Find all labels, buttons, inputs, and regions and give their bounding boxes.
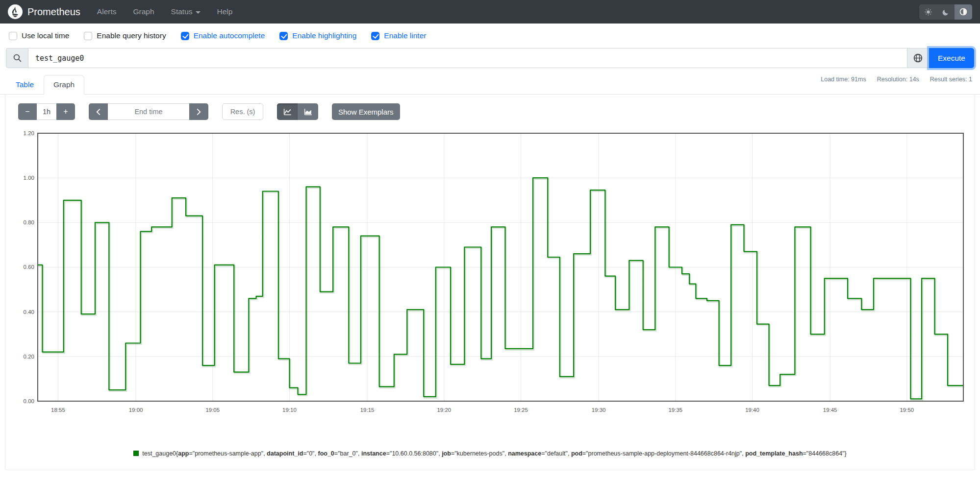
navbar: Prometheus Alerts Graph Status Help — [0, 0, 980, 24]
enable-linter-checkbox[interactable]: Enable linter — [371, 31, 426, 40]
svg-text:1.20: 1.20 — [24, 130, 34, 136]
graph-panel: − + Show Exemplars 0.000.200.400.600.801… — [5, 95, 975, 470]
range-stepper: − + — [18, 103, 75, 120]
enable-query-history-checkbox[interactable]: Enable query history — [84, 31, 166, 40]
increase-range-button[interactable]: + — [56, 103, 75, 120]
legend-item[interactable]: test_gauge0{app="prometheus-sample-app",… — [133, 450, 846, 457]
enable-autocomplete-checkbox[interactable]: Enable autocomplete — [181, 31, 265, 40]
svg-text:19:05: 19:05 — [205, 407, 220, 413]
enable-highlighting-checkbox[interactable]: Enable highlighting — [279, 31, 356, 40]
chevron-down-icon — [196, 11, 201, 14]
query-expression-input[interactable] — [28, 48, 907, 68]
decrease-range-button[interactable]: − — [18, 103, 37, 120]
checkbox-box[interactable] — [371, 32, 379, 40]
nav-links: Alerts Graph Status Help — [97, 7, 233, 16]
checkbox-label: Enable highlighting — [292, 31, 356, 40]
svg-text:0.00: 0.00 — [24, 398, 34, 404]
svg-text:0.60: 0.60 — [24, 264, 34, 270]
svg-text:19:00: 19:00 — [129, 407, 143, 413]
svg-text:19:50: 19:50 — [900, 407, 914, 413]
result-series-stat: Result series: 1 — [930, 76, 972, 83]
nav-item-status[interactable]: Status — [171, 7, 201, 16]
line-chart-toggle-button[interactable] — [277, 103, 298, 120]
checkbox-box[interactable] — [9, 32, 17, 40]
resolution-stat: Resolution: 14s — [877, 76, 919, 83]
svg-text:19:30: 19:30 — [592, 407, 606, 413]
prometheus-brand-link[interactable]: Prometheus — [8, 4, 80, 19]
checkbox-label: Enable autocomplete — [194, 31, 265, 40]
checkbox-label: Enable query history — [97, 31, 166, 40]
svg-text:0.40: 0.40 — [24, 309, 34, 315]
load-time-stat: Load time: 91ms — [821, 76, 866, 83]
svg-text:19:20: 19:20 — [437, 407, 451, 413]
stacked-chart-icon — [304, 108, 312, 116]
checkbox-box[interactable] — [181, 32, 189, 40]
svg-text:19:25: 19:25 — [514, 407, 528, 413]
moon-icon — [942, 8, 950, 16]
execute-button[interactable]: Execute — [929, 48, 974, 68]
search-icon — [6, 48, 28, 68]
line-chart-icon — [283, 108, 292, 116]
show-exemplars-button[interactable]: Show Exemplars — [332, 103, 400, 120]
chart-legend: test_gauge0{app="prometheus-sample-app",… — [12, 450, 968, 457]
svg-text:0.20: 0.20 — [24, 354, 34, 360]
globe-icon — [913, 53, 923, 63]
time-back-button[interactable] — [89, 103, 108, 120]
svg-text:19:10: 19:10 — [282, 407, 297, 413]
light-theme-button[interactable] — [919, 4, 937, 20]
prometheus-logo-icon — [8, 4, 23, 19]
query-options-row: Use local time Enable query history Enab… — [0, 24, 980, 47]
svg-text:1.00: 1.00 — [24, 175, 34, 181]
use-local-time-checkbox[interactable]: Use local time — [9, 31, 69, 40]
time-forward-button[interactable] — [189, 103, 208, 120]
checkbox-box[interactable] — [84, 32, 92, 40]
nav-item-alerts[interactable]: Alerts — [97, 7, 117, 16]
svg-text:0.80: 0.80 — [24, 219, 34, 225]
auto-theme-button[interactable] — [955, 4, 972, 20]
checkbox-label: Use local time — [22, 31, 69, 40]
checkbox-label: Enable linter — [384, 31, 426, 40]
chart-container[interactable]: 0.000.200.400.600.801.001.2018:5519:0019… — [13, 129, 967, 435]
svg-text:19:15: 19:15 — [360, 407, 375, 413]
query-stats: Load time: 91ms Resolution: 14s Result s… — [821, 75, 972, 83]
result-tabs: Table Graph — [6, 75, 84, 94]
series-label-text: test_gauge0{app="prometheus-sample-app",… — [142, 450, 846, 457]
query-input-group: Execute — [0, 47, 980, 68]
svg-text:19:40: 19:40 — [745, 407, 759, 413]
stacked-chart-toggle-button[interactable] — [298, 103, 318, 120]
tab-graph[interactable]: Graph — [44, 75, 84, 95]
svg-text:19:45: 19:45 — [823, 407, 837, 413]
dark-theme-button[interactable] — [937, 4, 955, 20]
brand-title: Prometheus — [27, 6, 80, 18]
nav-item-graph[interactable]: Graph — [133, 7, 154, 16]
sun-icon — [925, 8, 932, 16]
resolution-input[interactable] — [222, 103, 263, 120]
nav-item-help[interactable]: Help — [217, 7, 233, 16]
chart-type-toggle — [277, 103, 318, 120]
end-time-input[interactable] — [108, 103, 189, 120]
contrast-icon — [959, 8, 967, 16]
graph-controls: − + Show Exemplars — [18, 103, 968, 120]
tabs-row: Table Graph Load time: 91ms Resolution: … — [0, 68, 980, 95]
theme-toggle-group — [919, 4, 972, 20]
checkbox-box[interactable] — [279, 32, 288, 40]
end-time-picker — [89, 103, 208, 120]
chevron-left-icon — [96, 109, 101, 115]
svg-text:19:35: 19:35 — [668, 407, 682, 413]
chevron-right-icon — [196, 109, 201, 115]
svg-text:18:55: 18:55 — [51, 407, 65, 413]
range-input[interactable] — [37, 103, 56, 120]
metrics-explorer-button[interactable] — [907, 48, 929, 68]
tab-table[interactable]: Table — [6, 75, 44, 95]
series-color-swatch — [133, 451, 139, 456]
time-series-chart[interactable]: 0.000.200.400.600.801.001.2018:5519:0019… — [13, 129, 967, 433]
